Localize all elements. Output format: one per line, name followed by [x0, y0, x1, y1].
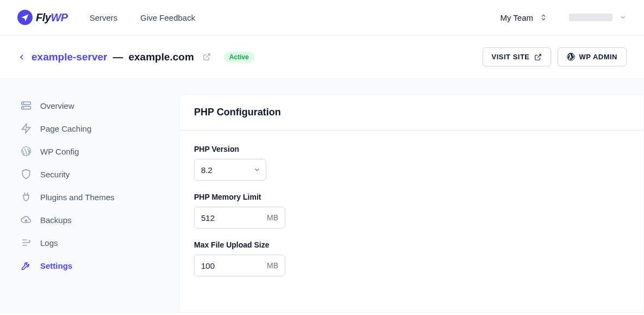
sidebar-item-label: WP Config [40, 147, 79, 156]
user-name [569, 14, 612, 21]
sidebar-item-backups[interactable]: Backups [17, 208, 153, 231]
sidebar-item-security[interactable]: Security [17, 163, 153, 186]
team-switcher[interactable]: My Team [500, 13, 547, 22]
sidebar-item-wpconfig[interactable]: WP Config [17, 140, 153, 163]
upload-size-input[interactable] [195, 255, 260, 276]
panel-header: PHP Configuration [180, 95, 643, 131]
php-version-select[interactable]: 8.2 [194, 159, 266, 181]
tools-icon [21, 260, 32, 271]
cloud-icon [21, 214, 32, 225]
lightning-icon [21, 123, 32, 134]
plug-icon [21, 192, 32, 202]
shield-icon [21, 169, 32, 180]
logo-mark-icon [17, 10, 33, 25]
logs-icon [21, 237, 32, 248]
php-version-label: PHP Version [194, 145, 629, 153]
memory-limit-label: PHP Memory Limit [194, 193, 629, 201]
sidebar: Overview Page Caching WP Config Security… [17, 94, 153, 313]
external-link-icon [534, 53, 542, 61]
sidebar-item-settings[interactable]: Settings [17, 254, 153, 277]
wp-admin-button[interactable]: WP ADMIN [558, 47, 627, 66]
sidebar-item-label: Security [40, 170, 70, 179]
visit-site-button[interactable]: VISIT SITE [483, 47, 551, 66]
visit-site-label: VISIT SITE [492, 53, 530, 61]
wordpress-icon [21, 146, 32, 157]
sidebar-item-label: Logs [40, 238, 58, 248]
memory-limit-input[interactable] [195, 207, 260, 228]
topbar: FlyWP Servers Give Feedback My Team [0, 0, 644, 35]
team-label: My Team [500, 13, 533, 22]
site-domain: example.com [128, 51, 193, 63]
upload-size-label: Max File Upload Size [194, 240, 629, 249]
sidebar-item-logs[interactable]: Logs [17, 231, 153, 254]
svg-point-3 [23, 103, 24, 103]
logo-text: FlyWP [36, 11, 68, 24]
logo[interactable]: FlyWP [17, 10, 68, 25]
sidebar-item-label: Plugins and Themes [40, 193, 114, 202]
external-link-icon[interactable] [203, 53, 211, 61]
server-icon [21, 100, 32, 111]
sidebar-item-label: Settings [40, 261, 72, 270]
server-link[interactable]: example-server [32, 51, 107, 63]
memory-unit: MB [260, 213, 285, 222]
breadcrumb-separator: — [112, 51, 123, 63]
wp-admin-label: WP ADMIN [579, 53, 617, 61]
nav-links: Servers Give Feedback [90, 13, 196, 22]
sidebar-item-caching[interactable]: Page Caching [17, 117, 153, 140]
nav-feedback[interactable]: Give Feedback [140, 13, 195, 22]
status-badge: Active [224, 52, 254, 63]
user-menu[interactable] [569, 14, 627, 21]
sidebar-item-label: Backups [40, 215, 72, 225]
panel-title: PHP Configuration [194, 107, 629, 118]
nav-servers[interactable]: Servers [90, 13, 118, 22]
breadcrumb: example-server — example.com Active [17, 51, 254, 63]
settings-panel: PHP Configuration PHP Version 8.2 PHP Me… [179, 94, 644, 313]
sidebar-item-label: Page Caching [40, 124, 91, 133]
subheader: example-server — example.com Active VISI… [0, 35, 644, 79]
svg-point-4 [23, 108, 24, 108]
chevron-down-icon [619, 14, 627, 21]
sidebar-item-overview[interactable]: Overview [17, 94, 153, 117]
sidebar-item-plugins[interactable]: Plugins and Themes [17, 186, 153, 208]
chevron-up-down-icon [540, 14, 547, 21]
wordpress-icon [567, 53, 575, 61]
sidebar-item-label: Overview [40, 101, 74, 110]
back-chevron-icon[interactable] [17, 53, 26, 61]
upload-unit: MB [260, 261, 285, 270]
